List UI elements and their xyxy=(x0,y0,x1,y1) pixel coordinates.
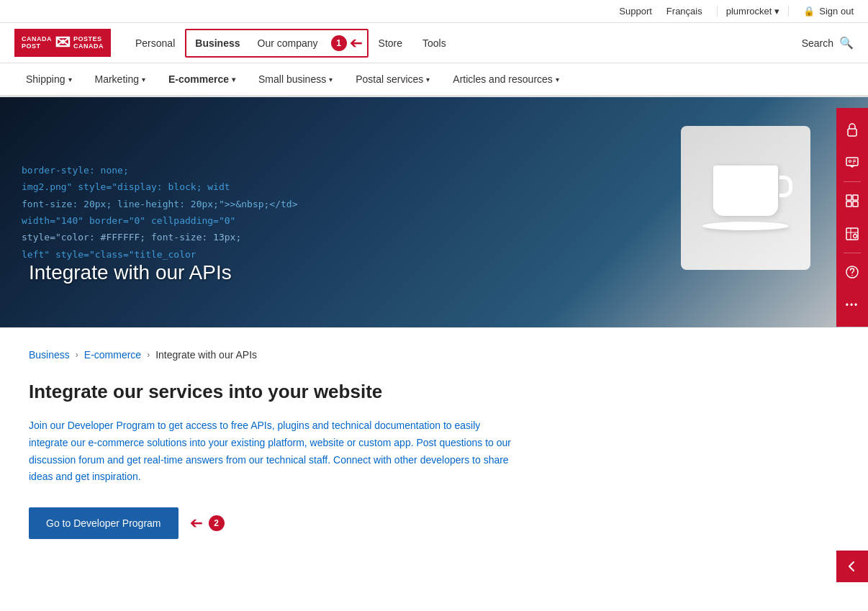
sidebar-divider-1 xyxy=(844,181,861,182)
breadcrumb-sep-2: › xyxy=(147,350,150,360)
logo-maple: ✉ xyxy=(55,32,71,54)
support-link[interactable]: Support xyxy=(619,6,652,17)
cup-handle xyxy=(779,176,792,197)
breadcrumb-business[interactable]: Business xyxy=(29,349,70,361)
annotation-1-arrow: ➔ xyxy=(350,34,363,53)
sidebar-more-btn[interactable]: ••• xyxy=(836,289,868,321)
annotation-2-arrow: ➔ xyxy=(190,514,203,533)
annotation-2-wrap: ➔ 2 xyxy=(190,514,225,533)
logo[interactable]: CANADA POST ✉ POSTES CANADA xyxy=(14,23,111,63)
chevron-shipping: ▾ xyxy=(68,76,72,83)
svg-point-10 xyxy=(854,235,857,238)
annotation-1-group: 1 ➔ xyxy=(327,34,367,53)
svg-point-2 xyxy=(849,160,851,163)
search-label: Search xyxy=(802,37,833,49)
subnav-ecommerce[interactable]: E-commerce ▾ xyxy=(157,63,247,95)
hero-code: border-style: none; img2.png" style="dis… xyxy=(22,162,298,263)
subnav-articles[interactable]: Articles and resources ▾ xyxy=(441,63,571,95)
hero-cup-illustration xyxy=(681,126,810,270)
breadcrumb: Business › E-commerce › Integrate with o… xyxy=(29,349,518,361)
logo-canada2: CANADA xyxy=(73,43,104,50)
svg-rect-3 xyxy=(846,195,851,200)
cup-body xyxy=(713,166,778,216)
chevron-marketing: ▾ xyxy=(142,76,145,83)
nav-personal[interactable]: Personal xyxy=(125,24,185,62)
chevron-small-business: ▾ xyxy=(329,76,333,83)
body-text-link-forum[interactable]: discussion forum xyxy=(29,454,104,466)
hero-section: border-style: none; img2.png" style="dis… xyxy=(0,97,868,327)
user-dropdown[interactable]: plumrocket ▾ xyxy=(717,6,790,17)
breadcrumb-ecommerce[interactable]: E-commerce xyxy=(84,349,141,361)
sub-nav: Shipping ▾ Marketing ▾ E-commerce ▾ Smal… xyxy=(0,63,868,97)
sidebar-grid-btn[interactable] xyxy=(836,185,868,217)
sidebar-help-btn[interactable] xyxy=(836,256,868,288)
svg-point-13 xyxy=(851,275,853,276)
breadcrumb-current: Integrate with our APIs xyxy=(155,349,257,361)
subnav-small-business[interactable]: Small business ▾ xyxy=(247,63,344,95)
nav-our-company[interactable]: Our company xyxy=(249,30,327,56)
body-text-link-developers[interactable]: developers xyxy=(420,454,470,466)
top-bar: Support Français plumrocket ▾ 🔒 Sign out xyxy=(0,0,868,23)
cup-saucer xyxy=(702,222,789,230)
subnav-postal-services[interactable]: Postal services ▾ xyxy=(344,63,441,95)
annotation-2-circle: 2 xyxy=(209,515,225,531)
nav-highlight-group: Business Our company 1 ➔ xyxy=(185,29,368,58)
subnav-shipping[interactable]: Shipping ▾ xyxy=(14,63,83,95)
subnav-marketing[interactable]: Marketing ▾ xyxy=(83,63,157,95)
chevron-ecommerce: ▾ xyxy=(232,76,235,83)
main-nav: CANADA POST ✉ POSTES CANADA Personal Bus… xyxy=(0,23,868,63)
nav-store[interactable]: Store xyxy=(369,24,412,62)
user-name: plumrocket xyxy=(726,6,772,17)
chevron-down-icon: ▾ xyxy=(774,6,779,17)
svg-rect-1 xyxy=(846,158,858,166)
svg-rect-4 xyxy=(853,195,858,200)
nav-items: Personal Business Our company 1 ➔ Store … xyxy=(125,24,802,62)
sign-out-link[interactable]: Sign out xyxy=(819,6,854,17)
cta-wrap: Go to Developer Program ➔ 2 xyxy=(29,507,518,539)
nav-tools[interactable]: Tools xyxy=(412,24,456,62)
sidebar-bottom xyxy=(836,551,868,561)
svg-rect-0 xyxy=(848,129,856,136)
right-sidebar: ••• xyxy=(836,108,868,327)
content-wrap: Business › E-commerce › Integrate with o… xyxy=(0,327,547,561)
language-link[interactable]: Français xyxy=(666,6,702,17)
body-text-1: to get access to free xyxy=(158,420,250,431)
chevron-articles: ▾ xyxy=(556,76,559,83)
body-text-3: into your existing platform, website or … xyxy=(189,437,511,448)
body-text-link-join[interactable]: Join our Developer Program xyxy=(29,420,155,431)
search-area: Search 🔍 xyxy=(802,23,854,63)
search-icon[interactable]: 🔍 xyxy=(839,36,854,50)
body-text-link-ecommerce[interactable]: e-commerce solutions xyxy=(89,437,187,448)
hero-title: Integrate with our APIs xyxy=(29,261,232,284)
sidebar-location-grid-btn[interactable] xyxy=(836,218,868,250)
body-text-link-apis[interactable]: APIs, plugins and technical documentatio… xyxy=(250,420,440,431)
cta-button[interactable]: Go to Developer Program xyxy=(29,507,178,539)
nav-business[interactable]: Business xyxy=(186,30,248,56)
svg-rect-5 xyxy=(846,202,851,207)
breadcrumb-sep-1: › xyxy=(76,350,78,360)
sidebar-map-btn[interactable] xyxy=(836,147,868,178)
annotation-1-circle: 1 xyxy=(331,35,347,51)
more-icon: ••• xyxy=(846,300,859,310)
page-title: Integrate our services into your website xyxy=(29,381,518,403)
sidebar-lock-btn[interactable] xyxy=(836,114,868,145)
main-area: Business › E-commerce › Integrate with o… xyxy=(0,327,868,561)
body-text-4: and get real-time answers from our techn… xyxy=(107,454,420,466)
lock-icon: 🔒 xyxy=(803,6,815,17)
logo-post: POST xyxy=(22,43,52,50)
body-text: Join our Developer Program to get access… xyxy=(29,417,518,486)
chevron-postal: ▾ xyxy=(426,76,430,83)
sidebar-back-btn[interactable] xyxy=(836,551,868,561)
svg-rect-6 xyxy=(853,202,858,207)
sidebar-divider-2 xyxy=(844,253,861,253)
